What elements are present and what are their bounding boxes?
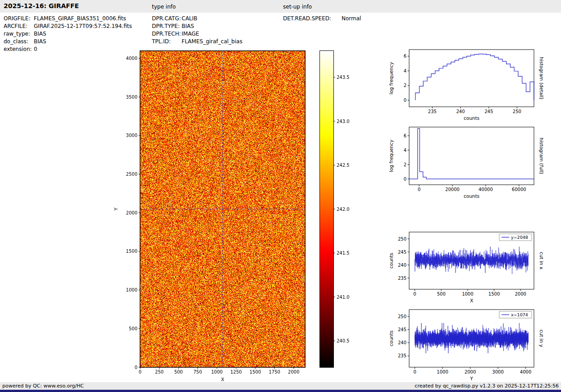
cut-y-svg: 01000200030004000235240245250Ycountscut … [387, 307, 558, 382]
y-tick-label: 250 [398, 237, 406, 242]
meta-value: BIAS [34, 31, 46, 37]
colorbar-tick-label: 242.0 [337, 207, 350, 212]
meta-value: BIAS [34, 38, 46, 45]
bias-image-plot: 0250500750100012501500175020000500100015… [108, 45, 320, 392]
x-tick-label: 2000 [465, 369, 476, 374]
x-tick-label: 1000 [462, 292, 473, 296]
colorbar-tick-label: 243.5 [337, 75, 350, 80]
histogram-full-svg: 02000040000600000246countslog frequencyh… [387, 125, 558, 201]
footer-bar: powered by QC: www.eso.org/HC created by… [0, 382, 561, 390]
meta-label: raw_type: [4, 30, 34, 38]
x-axis-label: Y [470, 376, 473, 381]
y-tick-label: 240 [398, 263, 406, 268]
y-axis-label: counts [388, 330, 394, 346]
meta-value: 0 [34, 46, 37, 52]
y-tick-label: 2000 [126, 210, 137, 215]
meta-value: Normal [342, 15, 361, 22]
x-axis-label: X [221, 377, 224, 382]
colorbar-tick-label: 241.0 [337, 295, 350, 300]
y-tick-label: 3000 [126, 133, 137, 138]
plot-histogram-detail: 2352402452500246countslog frequencyhisto… [387, 47, 558, 124]
x-tick-label: 4000 [520, 369, 531, 374]
x-tick-label: 2000 [515, 292, 526, 296]
y-tick-label: 3500 [126, 95, 137, 100]
meta-label: ORIGFILE: [4, 15, 34, 23]
y-tick-label: 4 [404, 68, 406, 73]
legend-label: y=2048 [511, 235, 528, 240]
y-tick-label: 2 [404, 83, 406, 88]
meta-row-origfile: ORIGFILE:FLAMES_GIRAF_BIAS351_0006.fits [4, 15, 132, 23]
meta-value: BIAS [182, 23, 194, 29]
y-axis-label: log frequency [388, 140, 394, 172]
right-axis-label: cut in y [539, 329, 544, 347]
meta-label: ARCFILE: [4, 23, 34, 30]
x-tick-label: 1000 [437, 369, 448, 374]
qc-report-page: 2025-12-16: GIRAFFE type info set-up inf… [0, 0, 561, 392]
cut-x-svg: 0500100015002000235240245250Xcountscut i… [387, 230, 558, 306]
y-tick-label: 6 [404, 133, 406, 138]
meta-row-do-class: do_class:BIAS [4, 38, 132, 46]
header-bar: 2025-12-16: GIRAFFE type info set-up inf… [0, 0, 561, 13]
y-tick-label: 0 [404, 98, 406, 103]
y-tick-label: 1500 [126, 249, 137, 254]
type-info-block: DPR.CATG:CALIB DPR.TYPE:BIAS DPR.TECH:IM… [152, 15, 242, 46]
colorbar-tick-label: 243.0 [337, 119, 350, 124]
y-tick-label: 245 [398, 327, 406, 332]
x-axis-label: counts [464, 193, 479, 199]
colorbar-canvas [320, 51, 333, 367]
meta-value: CALIB [182, 15, 197, 22]
meta-row-raw-type: raw_type:BIAS [4, 30, 132, 38]
y-tick-label: 0 [135, 365, 137, 370]
colorbar-tick-label: 240.5 [337, 338, 350, 343]
x-tick-label: 0 [413, 292, 416, 296]
x-tick-label: 1500 [488, 292, 500, 296]
meta-label: DPR.CATG: [152, 15, 182, 23]
y-tick-label: 6 [404, 54, 406, 59]
y-tick-label: 1000 [126, 287, 137, 292]
x-tick-label: 240 [456, 109, 465, 114]
footer-created-by: created by qc_rawdisp.py v1.2.3 on 2025-… [415, 382, 559, 390]
y-tick-label: 4000 [126, 56, 137, 61]
histogram_full-series [410, 128, 534, 179]
meta-row-dpr-catg: DPR.CATG:CALIB [152, 15, 242, 23]
x-tick-label: 235 [428, 109, 437, 114]
meta-value: FLAMES_GIRAF_BIAS351_0006.fits [34, 15, 126, 22]
x-axis-label: counts [464, 115, 479, 121]
x-tick-label: 250 [155, 369, 164, 374]
meta-label: DPR.TYPE: [152, 23, 182, 30]
meta-label: DPR.TECH: [152, 30, 182, 38]
x-tick-label: 1250 [230, 369, 242, 374]
right-axis-label: cut in x [539, 252, 544, 269]
x-tick-label: 500 [174, 369, 183, 374]
bias-image-frame [140, 50, 306, 368]
x-tick-label: 245 [484, 109, 493, 114]
y-tick-label: 2500 [126, 172, 137, 177]
plot-histogram-full: 02000040000600000246countslog frequencyh… [387, 125, 558, 201]
x-tick-label: 40000 [479, 187, 493, 192]
meta-label: DET.READ.SPEED: [283, 15, 342, 23]
type-info-heading: type info [152, 4, 176, 10]
plot-frame [409, 50, 534, 107]
colorbar-frame [319, 50, 334, 368]
cut_in_x-series [415, 247, 529, 274]
bias-image-canvas [140, 51, 305, 367]
x-tick-label: 500 [437, 292, 446, 296]
meta-label: TPL.ID: [152, 38, 182, 46]
x-tick-label: 2000 [288, 369, 299, 374]
setup-info-heading: set-up info [283, 4, 312, 10]
x-tick-label: 750 [193, 369, 202, 374]
y-tick-label: 0 [404, 177, 406, 182]
y-tick-label: 4 [404, 148, 406, 153]
plot-cut-x: 0500100015002000235240245250Xcountscut i… [387, 230, 558, 306]
colorbar-tick-label: 241.5 [337, 251, 350, 255]
x-tick-label: 250 [513, 109, 521, 114]
meta-row-arcfile: ARCFILE:GIRAF.2025-12-17T09:57:52.194.fi… [4, 23, 132, 30]
meta-value: IMAGE [182, 31, 199, 37]
meta-value: GIRAF.2025-12-17T09:57:52.194.fits [34, 23, 132, 29]
colorbar-tick-label: 242.5 [337, 163, 350, 168]
y-axis-label: counts [388, 253, 394, 269]
right-axis-label: histogram (full) [539, 138, 544, 174]
x-tick-label: 3000 [492, 369, 503, 374]
y-tick-label: 240 [398, 340, 406, 345]
meta-value: FLAMES_giraf_cal_bias [182, 38, 242, 45]
